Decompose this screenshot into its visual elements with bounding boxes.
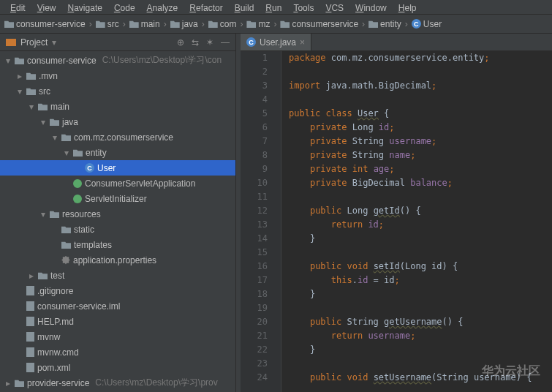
crumb-java[interactable]: java xyxy=(170,19,198,29)
chevron-right-icon: › xyxy=(405,19,408,29)
tree-row-pom-xml[interactable]: pom.xml xyxy=(0,360,235,375)
tree-row-servletinitializer[interactable]: ServletInitializer xyxy=(0,191,235,206)
tree-row-java[interactable]: ▾java xyxy=(0,114,235,129)
tree-row-mvnw-cmd[interactable]: mvnw.cmd xyxy=(0,344,235,360)
tree-row--gitignore[interactable]: .gitignore xyxy=(0,283,235,298)
tree-label: pom.xml xyxy=(37,363,70,373)
twisty-icon[interactable]: ▸ xyxy=(4,378,12,388)
tab-user-java[interactable]: C User.java × xyxy=(241,34,311,50)
tree-row-provider-service[interactable]: ▸provider-serviceC:\Users\mz\Desktop\学习\… xyxy=(0,375,235,391)
crumb-label: src xyxy=(107,19,119,29)
menu-edit[interactable]: Edit xyxy=(4,1,31,12)
tree-hint: C:\Users\mz\Desktop\学习\con xyxy=(102,54,222,67)
code-editor[interactable]: 123456789101112131415161718192021222324 … xyxy=(241,51,552,392)
tree-row-src[interactable]: ▾src xyxy=(0,83,235,99)
tree-row-consumer-service[interactable]: ▾consumer-serviceC:\Users\mz\Desktop\学习\… xyxy=(0,53,235,68)
tree-label: entity xyxy=(86,148,107,158)
folder-icon xyxy=(73,148,83,157)
crumb-mz[interactable]: mz xyxy=(246,19,270,29)
folder-icon xyxy=(4,20,14,28)
tree-row-static[interactable]: static xyxy=(0,222,235,237)
tree-label: test xyxy=(50,271,64,281)
chevron-right-icon: › xyxy=(164,19,167,29)
chevron-right-icon: › xyxy=(240,19,243,29)
gear-icon xyxy=(61,256,70,265)
close-icon[interactable]: × xyxy=(300,37,305,48)
file-icon xyxy=(26,363,34,372)
collapse-icon[interactable]: ⇆ xyxy=(192,37,199,48)
tree-row-main[interactable]: ▾main xyxy=(0,99,235,114)
crumb-consumer-service[interactable]: consumer-service xyxy=(4,19,86,29)
tree-row-com-mz-consumerservice[interactable]: ▾com.mz.consumerservice xyxy=(0,129,235,145)
twisty-icon[interactable]: ▸ xyxy=(16,71,23,81)
crumb-label: com xyxy=(220,19,237,29)
crumb-label: main xyxy=(141,19,160,29)
menu-analyze[interactable]: Analyze xyxy=(141,1,184,12)
crumb-main[interactable]: main xyxy=(129,19,160,29)
tree-label: consumer-service xyxy=(27,56,97,66)
twisty-icon[interactable]: ▾ xyxy=(39,117,47,127)
folder-icon xyxy=(96,20,105,28)
twisty-icon[interactable]: ▾ xyxy=(16,86,23,97)
tree-row-consumerservletapplication[interactable]: ConsumerServletApplication xyxy=(0,176,235,191)
crumb-entity[interactable]: entity xyxy=(368,19,401,29)
twisty-icon[interactable]: ▾ xyxy=(4,56,12,66)
tree-row-entity[interactable]: ▾entity xyxy=(0,145,235,160)
crumb-label: consumerservice xyxy=(292,19,358,29)
tree-row-test[interactable]: ▸test xyxy=(0,268,235,283)
chevron-right-icon: › xyxy=(123,19,126,29)
target-icon[interactable]: ⊕ xyxy=(177,37,184,48)
menu-vcs[interactable]: VCS xyxy=(320,1,349,12)
twisty-icon[interactable]: ▾ xyxy=(63,148,70,158)
menu-window[interactable]: Window xyxy=(349,1,393,12)
watermark: 华为云社区 xyxy=(482,363,540,379)
editor-tabbar: C User.java × xyxy=(241,34,552,51)
dropdown-icon[interactable]: ▾ xyxy=(52,37,56,48)
menu-tools[interactable]: Tools xyxy=(287,1,320,12)
project-icon xyxy=(6,39,16,46)
project-tree[interactable]: ▾consumer-serviceC:\Users\mz\Desktop\学习\… xyxy=(0,51,235,392)
twisty-icon[interactable]: ▾ xyxy=(28,102,35,112)
folder-icon xyxy=(38,271,48,279)
tree-row-application-properties[interactable]: application.properties xyxy=(0,252,235,268)
crumb-src[interactable]: src xyxy=(96,19,119,29)
tree-row-templates[interactable]: templates xyxy=(0,237,235,252)
tree-row-consumer-service-iml[interactable]: consumer-service.iml xyxy=(0,298,235,314)
twisty-icon[interactable]: ▸ xyxy=(28,271,35,281)
crumb-com[interactable]: com xyxy=(208,19,237,29)
folder-icon xyxy=(26,72,36,80)
menu-navigate[interactable]: Navigate xyxy=(62,1,108,12)
twisty-icon[interactable]: ▾ xyxy=(39,209,47,219)
hide-icon[interactable]: — xyxy=(221,37,230,48)
tree-row-help-md[interactable]: HELP.md xyxy=(0,314,235,329)
tree-row--mvn[interactable]: ▸.mvn xyxy=(0,68,235,83)
tree-hint: C:\Users\mz\Desktop\学习\prov xyxy=(95,377,217,389)
code-content[interactable]: package com.mz.consumerservice.entity; i… xyxy=(281,51,552,392)
crumb-user[interactable]: CUser xyxy=(412,19,442,29)
tree-label: templates xyxy=(74,240,112,250)
menu-help[interactable]: Help xyxy=(393,1,423,12)
tree-row-mvnw[interactable]: mvnw xyxy=(0,329,235,344)
tree-row-resources[interactable]: ▾resources xyxy=(0,206,235,222)
tree-label: .gitignore xyxy=(37,286,73,296)
menu-bar: EditViewNavigateCodeAnalyzeRefactorBuild… xyxy=(0,0,552,15)
menu-view[interactable]: View xyxy=(31,1,62,12)
tree-row-user[interactable]: CUser xyxy=(0,160,235,176)
class-icon: C xyxy=(412,19,421,29)
menu-refactor[interactable]: Refactor xyxy=(184,1,228,12)
twisty-icon[interactable]: ▾ xyxy=(51,132,58,143)
menu-run[interactable]: Run xyxy=(260,1,287,12)
folder-icon xyxy=(50,210,59,218)
tree-label: mvnw.cmd xyxy=(37,347,79,358)
tree-label: application.properties xyxy=(73,255,156,265)
menu-build[interactable]: Build xyxy=(229,1,260,12)
tree-label: static xyxy=(74,225,94,235)
folder-icon xyxy=(368,20,378,28)
folder-icon xyxy=(61,133,71,141)
sidebar-header: Project ▾ ⊕ ⇆ ✶ — xyxy=(0,34,235,51)
folder-icon xyxy=(38,102,48,110)
menu-code[interactable]: Code xyxy=(108,1,141,12)
gear-icon[interactable]: ✶ xyxy=(206,37,213,48)
tree-label: main xyxy=(50,102,69,112)
crumb-consumerservice[interactable]: consumerservice xyxy=(280,19,358,29)
